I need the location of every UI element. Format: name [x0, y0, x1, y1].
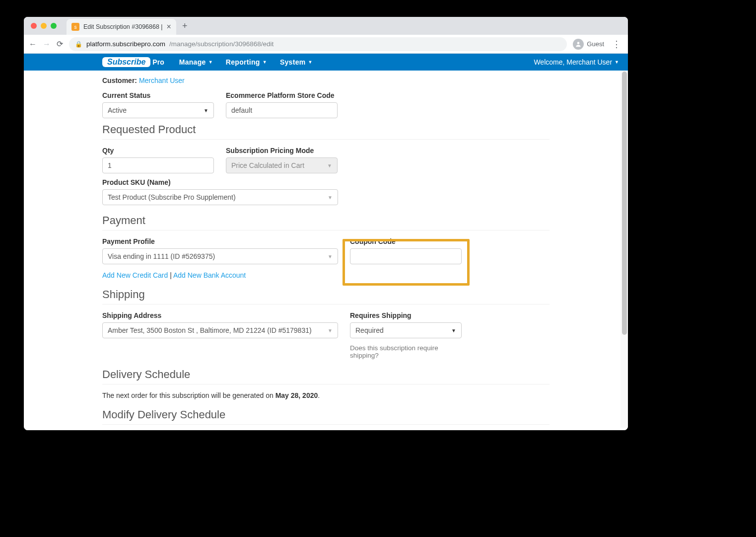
user-menu[interactable]: Welcome, Merchant User ▼ [534, 58, 619, 66]
nav-system[interactable]: System▼ [280, 58, 313, 66]
store-code-label: Ecommerce Platform Store Code [226, 91, 338, 99]
pricing-mode-select[interactable]: Price Calculated in Cart ▼ [226, 157, 338, 173]
nav-manage[interactable]: Manage▼ [179, 58, 213, 66]
section-shipping: Shipping [102, 288, 550, 305]
lock-icon: 🔒 [75, 41, 82, 48]
nav-manage-label: Manage [179, 58, 206, 66]
favicon-icon: s [71, 23, 79, 31]
chevron-down-icon: ▼ [328, 328, 333, 333]
current-status-select[interactable]: Active ▼ [102, 102, 214, 118]
nav-reporting[interactable]: Reporting▼ [226, 58, 267, 66]
customer-row: Customer: Merchant User [102, 77, 550, 84]
maximize-window-button[interactable] [51, 23, 57, 29]
add-credit-card-link[interactable]: Add New Credit Card [102, 271, 168, 279]
section-payment: Payment [102, 214, 550, 230]
browser-toolbar: ← → ⟳ 🔒 platform.subscribepro.com/manage… [24, 35, 628, 54]
chevron-down-icon: ▼ [308, 60, 313, 65]
chevron-down-icon: ▼ [615, 60, 619, 65]
welcome-text: Welcome, Merchant User [534, 58, 612, 66]
customer-label: Customer: [102, 77, 137, 84]
chevron-down-icon: ▼ [204, 108, 208, 113]
chevron-down-icon: ▼ [208, 60, 213, 65]
minimize-window-button[interactable] [41, 23, 47, 29]
requires-shipping-label: Requires Shipping [350, 311, 462, 319]
scrollbar-thumb[interactable] [622, 72, 627, 335]
tab-bar: s Edit Subscription #3096868 | × + [24, 17, 628, 35]
chevron-down-icon: ▼ [328, 195, 333, 200]
sku-select[interactable]: Test Product (Subscribe Pro Supplement) … [102, 189, 338, 205]
customer-link[interactable]: Merchant User [139, 77, 185, 84]
url-host: platform.subscribepro.com [86, 40, 165, 48]
delivery-text-suffix: . [318, 391, 320, 399]
link-separator: | [170, 271, 173, 279]
coupon-code-label: Coupon Code [350, 237, 462, 245]
chevron-down-icon: ▼ [328, 254, 333, 259]
payment-links: Add New Credit Card | Add New Bank Accou… [102, 271, 338, 279]
delivery-schedule-text: The next order for this subscription wil… [102, 391, 550, 399]
logo[interactable]: Subscribe [102, 57, 150, 67]
delivery-date: May 28, 2020 [275, 391, 318, 399]
chevron-down-icon: ▼ [327, 163, 332, 168]
payment-profile-label: Payment Profile [102, 237, 338, 245]
close-tab-button[interactable]: × [167, 23, 171, 31]
guest-label: Guest [587, 40, 604, 48]
forward-button[interactable]: → [43, 40, 51, 49]
address-bar[interactable]: 🔒 platform.subscribepro.com/manage/subsc… [69, 37, 567, 51]
browser-chrome: s Edit Subscription #3096868 | × + ← → ⟳… [24, 17, 628, 54]
tab-title: Edit Subscription #3096868 | [83, 23, 163, 30]
page-content: Customer: Merchant User Current Status A… [24, 71, 628, 430]
window-controls [29, 23, 62, 29]
browser-menu-button[interactable]: ⋮ [610, 39, 623, 50]
pricing-mode-label: Subscription Pricing Mode [226, 147, 338, 154]
requires-shipping-value: Required [355, 326, 384, 334]
requires-shipping-help: Does this subscription require shipping? [350, 344, 462, 359]
sku-value: Test Product (Subscribe Pro Supplement) [108, 193, 236, 201]
shipping-address-select[interactable]: Amber Test, 3500 Boston St , Baltimore, … [102, 322, 338, 338]
url-path: /manage/subscription/3096868/edit [169, 40, 274, 48]
qty-label: Qty [102, 147, 214, 154]
store-code-input[interactable] [226, 102, 338, 118]
sku-label: Product SKU (Name) [102, 178, 338, 186]
shipping-address-value: Amber Test, 3500 Boston St , Baltimore, … [108, 326, 312, 334]
requires-shipping-select[interactable]: Required ▼ [350, 322, 462, 338]
profile-button[interactable]: Guest [573, 39, 604, 50]
section-modify-delivery: Modify Delivery Schedule [102, 408, 550, 425]
delivery-text-prefix: The next order for this subscription wil… [102, 391, 275, 399]
chevron-down-icon: ▼ [263, 60, 267, 65]
section-delivery-schedule: Delivery Schedule [102, 368, 550, 384]
payment-profile-select[interactable]: Visa ending in 1111 (ID #5269375) ▼ [102, 248, 338, 264]
close-window-button[interactable] [31, 23, 37, 29]
current-status-label: Current Status [102, 91, 214, 99]
section-requested-product: Requested Product [102, 123, 550, 140]
add-bank-account-link[interactable]: Add New Bank Account [173, 271, 246, 279]
avatar-icon [573, 39, 584, 50]
nav-reporting-label: Reporting [226, 58, 260, 66]
coupon-code-input[interactable] [350, 248, 462, 264]
back-button[interactable]: ← [29, 40, 37, 49]
qty-input[interactable] [102, 157, 214, 173]
current-status-value: Active [108, 106, 127, 114]
nav-system-label: System [280, 58, 306, 66]
chevron-down-icon: ▼ [451, 328, 456, 333]
new-tab-button[interactable]: + [176, 21, 194, 31]
reload-button[interactable]: ⟳ [57, 39, 63, 49]
payment-profile-value: Visa ending in 1111 (ID #5269375) [108, 252, 215, 260]
shipping-address-label: Shipping Address [102, 311, 338, 319]
main-nav: Manage▼ Reporting▼ System▼ [179, 58, 313, 66]
svg-point-0 [577, 42, 580, 44]
browser-tab[interactable]: s Edit Subscription #3096868 | × [67, 19, 176, 35]
app-header: Subscribe Pro Manage▼ Reporting▼ System▼… [24, 54, 628, 71]
pricing-mode-value: Price Calculated in Cart [231, 161, 304, 169]
logo-suffix: Pro [152, 58, 164, 66]
browser-window: s Edit Subscription #3096868 | × + ← → ⟳… [24, 17, 628, 430]
